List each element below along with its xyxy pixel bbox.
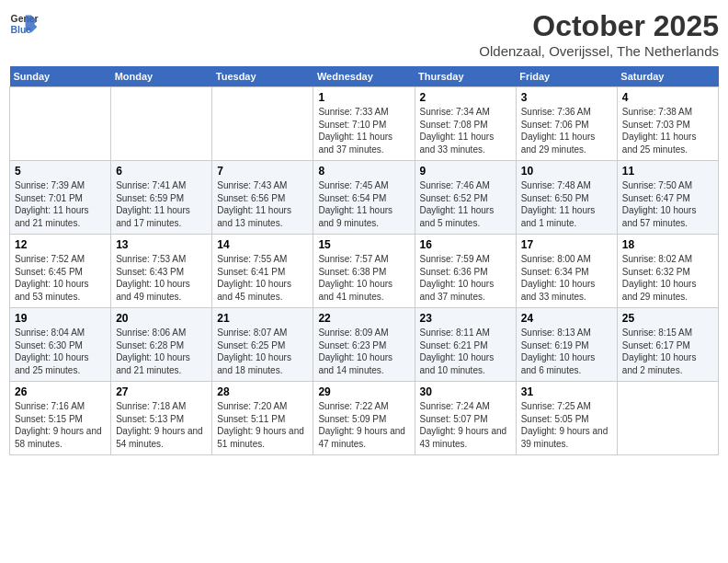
calendar-cell: 10Sunrise: 7:48 AMSunset: 6:50 PMDayligh… [516,161,617,235]
day-number: 26 [15,385,106,398]
calendar-cell: 9Sunrise: 7:46 AMSunset: 6:52 PMDaylight… [415,161,516,235]
day-number: 20 [116,312,207,325]
day-info: Sunrise: 7:20 AMSunset: 5:11 PMDaylight:… [217,400,308,450]
calendar-cell: 11Sunrise: 7:50 AMSunset: 6:47 PMDayligh… [617,161,718,235]
location: Oldenzaal, Overijssel, The Netherlands [479,43,719,59]
calendar-cell: 4Sunrise: 7:38 AMSunset: 7:03 PMDaylight… [617,87,718,161]
calendar-cell [111,87,212,161]
weekday-header: Monday [111,66,212,87]
calendar-cell [617,382,718,455]
day-info: Sunrise: 8:00 AMSunset: 6:34 PMDaylight:… [521,253,612,303]
calendar-cell: 21Sunrise: 8:07 AMSunset: 6:25 PMDayligh… [212,308,313,382]
calendar-cell [212,87,313,161]
calendar-week-row: 1Sunrise: 7:33 AMSunset: 7:10 PMDaylight… [10,87,719,161]
day-number: 12 [15,238,106,251]
calendar-cell: 8Sunrise: 7:45 AMSunset: 6:54 PMDaylight… [313,161,415,235]
day-info: Sunrise: 7:50 AMSunset: 6:47 PMDaylight:… [622,179,713,229]
day-number: 29 [318,385,409,398]
calendar-cell: 16Sunrise: 7:59 AMSunset: 6:36 PMDayligh… [415,235,516,308]
day-info: Sunrise: 8:02 AMSunset: 6:32 PMDaylight:… [622,253,713,303]
calendar-cell: 15Sunrise: 7:57 AMSunset: 6:38 PMDayligh… [313,235,415,308]
day-info: Sunrise: 8:06 AMSunset: 6:28 PMDaylight:… [116,327,207,376]
calendar-cell: 24Sunrise: 8:13 AMSunset: 6:19 PMDayligh… [516,308,617,382]
month-title: October 2025 [479,9,719,43]
calendar-cell: 1Sunrise: 7:33 AMSunset: 7:10 PMDaylight… [313,87,415,161]
day-info: Sunrise: 7:22 AMSunset: 5:09 PMDaylight:… [318,400,409,450]
day-number: 30 [420,385,511,398]
calendar-cell: 25Sunrise: 8:15 AMSunset: 6:17 PMDayligh… [617,308,718,382]
calendar-cell: 14Sunrise: 7:55 AMSunset: 6:41 PMDayligh… [212,235,313,308]
day-number: 1 [318,91,409,104]
weekday-header: Saturday [617,66,718,87]
calendar-table: SundayMondayTuesdayWednesdayThursdayFrid… [9,66,719,455]
calendar-cell: 22Sunrise: 8:09 AMSunset: 6:23 PMDayligh… [313,308,415,382]
weekday-header: Sunday [10,66,111,87]
day-number: 14 [217,238,308,251]
calendar-cell: 31Sunrise: 7:25 AMSunset: 5:05 PMDayligh… [516,382,617,455]
day-number: 21 [217,312,308,325]
day-info: Sunrise: 7:34 AMSunset: 7:08 PMDaylight:… [420,106,511,155]
day-info: Sunrise: 7:36 AMSunset: 7:06 PMDaylight:… [521,106,612,155]
weekday-header: Tuesday [212,66,313,87]
calendar-cell: 7Sunrise: 7:43 AMSunset: 6:56 PMDaylight… [212,161,313,235]
calendar-week-row: 19Sunrise: 8:04 AMSunset: 6:30 PMDayligh… [10,308,719,382]
day-info: Sunrise: 7:41 AMSunset: 6:59 PMDaylight:… [116,179,207,229]
day-number: 7 [217,165,308,178]
day-number: 17 [521,238,612,251]
calendar-cell: 19Sunrise: 8:04 AMSunset: 6:30 PMDayligh… [10,308,111,382]
day-number: 4 [622,91,713,104]
day-number: 23 [420,312,511,325]
calendar-cell [10,87,111,161]
calendar-cell: 23Sunrise: 8:11 AMSunset: 6:21 PMDayligh… [415,308,516,382]
day-info: Sunrise: 7:43 AMSunset: 6:56 PMDaylight:… [217,179,308,229]
calendar-cell: 20Sunrise: 8:06 AMSunset: 6:28 PMDayligh… [111,308,212,382]
page-header: General Blue General Blue October 2025 O… [9,9,719,59]
calendar-week-row: 26Sunrise: 7:16 AMSunset: 5:15 PMDayligh… [10,382,719,455]
calendar-week-row: 12Sunrise: 7:52 AMSunset: 6:45 PMDayligh… [10,235,719,308]
day-info: Sunrise: 8:09 AMSunset: 6:23 PMDaylight:… [318,327,409,376]
day-info: Sunrise: 8:04 AMSunset: 6:30 PMDaylight:… [15,327,106,376]
day-number: 27 [116,385,207,398]
day-info: Sunrise: 7:16 AMSunset: 5:15 PMDaylight:… [15,400,106,450]
calendar-week-row: 5Sunrise: 7:39 AMSunset: 7:01 PMDaylight… [10,161,719,235]
day-info: Sunrise: 7:52 AMSunset: 6:45 PMDaylight:… [15,253,106,303]
weekday-header: Thursday [415,66,516,87]
day-number: 19 [15,312,106,325]
calendar-cell: 17Sunrise: 8:00 AMSunset: 6:34 PMDayligh… [516,235,617,308]
weekday-header: Friday [516,66,617,87]
day-number: 2 [420,91,511,104]
day-info: Sunrise: 7:53 AMSunset: 6:43 PMDaylight:… [116,253,207,303]
calendar-cell: 13Sunrise: 7:53 AMSunset: 6:43 PMDayligh… [111,235,212,308]
day-number: 13 [116,238,207,251]
weekday-header: Wednesday [313,66,415,87]
calendar-cell: 18Sunrise: 8:02 AMSunset: 6:32 PMDayligh… [617,235,718,308]
calendar-cell: 12Sunrise: 7:52 AMSunset: 6:45 PMDayligh… [10,235,111,308]
day-number: 10 [521,165,612,178]
day-info: Sunrise: 7:55 AMSunset: 6:41 PMDaylight:… [217,253,308,303]
title-block: October 2025 Oldenzaal, Overijssel, The … [479,9,719,59]
logo-icon: General Blue [9,9,39,39]
day-info: Sunrise: 7:39 AMSunset: 7:01 PMDaylight:… [15,179,106,229]
calendar-cell: 3Sunrise: 7:36 AMSunset: 7:06 PMDaylight… [516,87,617,161]
logo: General Blue General Blue [9,9,39,39]
day-info: Sunrise: 7:46 AMSunset: 6:52 PMDaylight:… [420,179,511,229]
calendar-cell: 5Sunrise: 7:39 AMSunset: 7:01 PMDaylight… [10,161,111,235]
calendar-cell: 2Sunrise: 7:34 AMSunset: 7:08 PMDaylight… [415,87,516,161]
day-number: 24 [521,312,612,325]
day-info: Sunrise: 7:24 AMSunset: 5:07 PMDaylight:… [420,400,511,450]
calendar-cell: 27Sunrise: 7:18 AMSunset: 5:13 PMDayligh… [111,382,212,455]
day-number: 5 [15,165,106,178]
day-info: Sunrise: 8:13 AMSunset: 6:19 PMDaylight:… [521,327,612,376]
calendar-cell: 6Sunrise: 7:41 AMSunset: 6:59 PMDaylight… [111,161,212,235]
day-number: 18 [622,238,713,251]
day-number: 31 [521,385,612,398]
calendar-cell: 30Sunrise: 7:24 AMSunset: 5:07 PMDayligh… [415,382,516,455]
day-number: 25 [622,312,713,325]
day-number: 28 [217,385,308,398]
day-info: Sunrise: 7:57 AMSunset: 6:38 PMDaylight:… [318,253,409,303]
day-number: 15 [318,238,409,251]
day-info: Sunrise: 7:38 AMSunset: 7:03 PMDaylight:… [622,106,713,155]
calendar-cell: 26Sunrise: 7:16 AMSunset: 5:15 PMDayligh… [10,382,111,455]
day-number: 9 [420,165,511,178]
day-number: 3 [521,91,612,104]
